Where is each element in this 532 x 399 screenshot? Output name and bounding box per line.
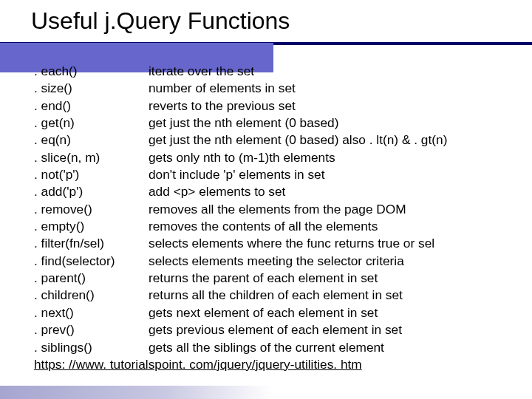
fn-name: . next() <box>34 304 149 321</box>
fn-name: . remove() <box>34 201 149 218</box>
fn-name: . size() <box>34 80 149 97</box>
fn-name: . end() <box>34 98 149 115</box>
fn-desc: number of elements in set <box>149 80 511 97</box>
list-item: . eq(n)get just the nth element (0 based… <box>34 132 511 149</box>
fn-desc: gets all the siblings of the current ele… <box>149 339 511 356</box>
fn-name: . slice(n, m) <box>34 149 149 166</box>
fn-name: . filter(fn/sel) <box>34 235 149 252</box>
fn-name: . find(selector) <box>34 253 149 270</box>
list-item: . get(n)get just the nth element (0 base… <box>34 115 511 132</box>
list-item: . add('p')add <p> elements to set <box>34 183 511 200</box>
list-item: . remove()removes all the elements from … <box>34 201 511 218</box>
list-item: . not('p')don't include 'p' elements in … <box>34 166 511 183</box>
fn-name: . parent() <box>34 270 149 287</box>
fn-name: . add('p') <box>34 183 149 200</box>
slide-title: Useful j.Query Functions <box>31 7 290 34</box>
fn-desc: selects elements meeting the selector cr… <box>149 253 511 270</box>
list-item: . slice(n, m)gets only nth to (m-1)th el… <box>34 149 511 166</box>
list-item: . parent()returns the parent of each ele… <box>34 270 511 287</box>
fn-desc: gets next element of each element in set <box>149 304 511 321</box>
fn-name: . get(n) <box>34 115 149 132</box>
list-item: . siblings()gets all the siblings of the… <box>34 339 511 356</box>
list-item: . find(selector)selects elements meeting… <box>34 253 511 270</box>
list-item: . next()gets next element of each elemen… <box>34 304 511 321</box>
list-item: . each()iterate over the set <box>34 63 511 80</box>
fn-desc: get just the nth element (0 based) <box>149 115 511 132</box>
fn-desc: returns the parent of each element in se… <box>149 270 511 287</box>
fn-name: . eq(n) <box>34 132 149 149</box>
list-item: . children()returns all the children of … <box>34 287 511 304</box>
reference-link[interactable]: https: //www. tutorialspoint. com/jquery… <box>34 357 362 372</box>
fn-name: . children() <box>34 287 149 304</box>
list-item: . size()number of elements in set <box>34 80 511 97</box>
list-item: . filter(fn/sel)selects elements where t… <box>34 235 511 252</box>
fn-desc: selects elements where the func returns … <box>149 235 511 252</box>
fn-desc: removes all the elements from the page D… <box>149 201 511 218</box>
fn-name: . siblings() <box>34 339 149 356</box>
fn-desc: returns all the children of each element… <box>149 287 511 304</box>
fn-desc: gets only nth to (m-1)th elements <box>149 149 511 166</box>
fn-name: . prev() <box>34 321 149 338</box>
fn-desc: don't include 'p' elements in set <box>149 166 511 183</box>
fn-name: . each() <box>34 63 149 80</box>
fn-name: . not('p') <box>34 166 149 183</box>
fn-desc: reverts to the previous set <box>149 98 511 115</box>
title-area: Useful j.Query Functions <box>0 0 532 35</box>
fn-desc: gets previous element of each element in… <box>149 321 511 338</box>
list-item: . end()reverts to the previous set <box>34 98 511 115</box>
footer-gradient <box>0 386 273 399</box>
fn-desc: add <p> elements to set <box>149 183 511 200</box>
fn-desc: get just the nth element (0 based) also … <box>149 132 511 149</box>
fn-name: . empty() <box>34 218 149 235</box>
fn-desc: iterate over the set <box>149 63 511 80</box>
list-item: . empty()removes the contents of all the… <box>34 218 511 235</box>
fn-desc: removes the contents of all the elements <box>149 218 511 235</box>
function-list: . each()iterate over the set . size()num… <box>0 45 532 373</box>
list-item: . prev()gets previous element of each el… <box>34 321 511 338</box>
